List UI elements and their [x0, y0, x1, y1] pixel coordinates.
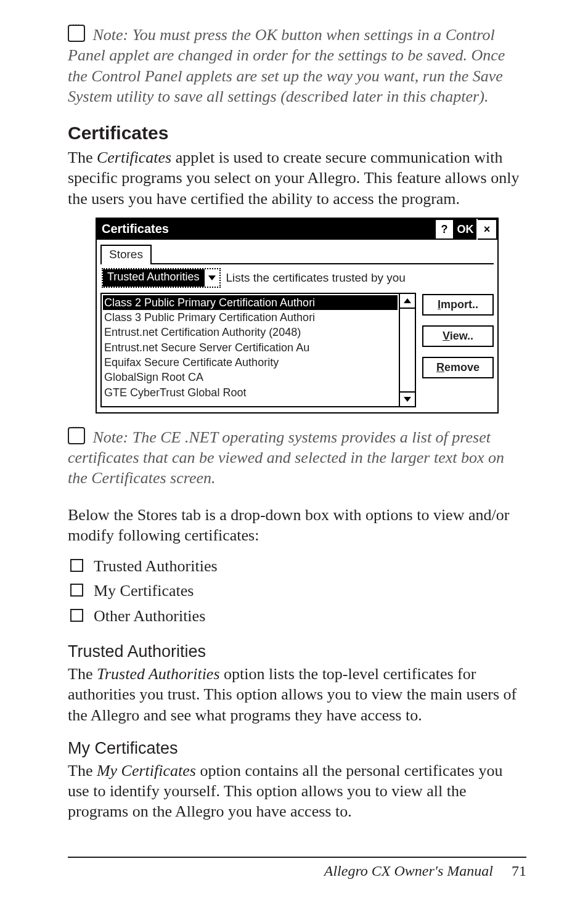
- note-text: Note: You must press the OK button when …: [68, 26, 505, 105]
- tabstrip: Stores: [100, 243, 494, 264]
- ok-button[interactable]: OK: [454, 219, 478, 240]
- store-combobox[interactable]: Trusted Authorities: [102, 268, 221, 288]
- list-item[interactable]: GlobalSign Root CA: [103, 370, 398, 385]
- my-certificates-text: The My Certificates option contains all …: [68, 760, 526, 822]
- footer-title: Allegro CX Owner's Manual: [324, 863, 493, 879]
- import-rest: mport..: [441, 298, 478, 311]
- window-body: Stores Trusted Authorities Lists the cer…: [97, 240, 497, 412]
- svg-marker-1: [404, 298, 411, 303]
- scroll-up-icon[interactable]: [400, 294, 415, 309]
- list-item[interactable]: Class 2 Public Primary Certification Aut…: [103, 295, 398, 310]
- text-pre: The: [68, 762, 97, 780]
- close-button[interactable]: ×: [478, 219, 497, 240]
- list-item[interactable]: Class 3 Public Primary Certification Aut…: [103, 310, 398, 325]
- view-rest: iew..: [450, 330, 473, 342]
- footer-page-number: 71: [512, 863, 526, 879]
- text-em: My Certificates: [97, 762, 196, 780]
- note-preset-certs: Note: The CE .NET operating systems prov…: [68, 427, 526, 489]
- scroll-track[interactable]: [400, 309, 415, 391]
- side-buttons: Import.. View.. Remove: [422, 293, 494, 407]
- section-heading-certificates: Certificates: [68, 123, 526, 144]
- window-title: Certificates: [97, 219, 435, 240]
- text-em: Trusted Authorities: [97, 665, 220, 683]
- trusted-authorities-text: The Trusted Authorities option lists the…: [68, 664, 526, 725]
- remove-button[interactable]: Remove: [422, 357, 494, 378]
- certificates-intro: The Certificates applet is used to creat…: [68, 147, 526, 209]
- page-footer: Allegro CX Owner's Manual 71: [68, 857, 526, 879]
- note-text: Note: The CE .NET operating systems prov…: [68, 428, 504, 487]
- text-pre: The: [68, 665, 97, 683]
- tab-stores[interactable]: Stores: [100, 245, 152, 264]
- note-icon: [68, 25, 85, 42]
- certificate-listbox[interactable]: Class 2 Public Primary Certification Aut…: [100, 293, 416, 407]
- chevron-down-icon[interactable]: [203, 269, 219, 287]
- listbox-items: Class 2 Public Primary Certification Aut…: [102, 294, 399, 406]
- view-button[interactable]: View..: [422, 325, 494, 347]
- store-combobox-value: Trusted Authorities: [103, 269, 203, 287]
- intro-pre: The: [68, 149, 97, 166]
- intro-em: Certificates: [97, 149, 171, 166]
- remove-accel: R: [436, 361, 444, 373]
- list-item[interactable]: Entrust.net Certification Authority (204…: [103, 325, 398, 340]
- scrollbar[interactable]: [399, 294, 415, 406]
- subhead-trusted-authorities: Trusted Authorities: [68, 642, 526, 661]
- scroll-down-icon[interactable]: [400, 391, 415, 406]
- view-accel: V: [443, 330, 450, 342]
- list-item[interactable]: Entrust.net Secure Server Certification …: [103, 340, 398, 355]
- list-item[interactable]: GTE CyberTrust Global Root: [103, 385, 398, 400]
- titlebar: Certificates ? OK ×: [97, 219, 497, 240]
- svg-marker-0: [208, 275, 216, 280]
- list-item: Trusted Authorities: [68, 554, 526, 579]
- list-item: Other Authorities: [68, 604, 526, 629]
- below-stores-text: Below the Stores tab is a drop-down box …: [68, 505, 526, 546]
- store-selector-row: Trusted Authorities Lists the certificat…: [102, 268, 494, 288]
- remove-rest: emove: [444, 361, 480, 373]
- note-icon: [68, 427, 85, 444]
- list-item: My Certificates: [68, 579, 526, 603]
- note-save-settings: Note: You must press the OK button when …: [68, 25, 526, 107]
- svg-marker-2: [404, 397, 411, 402]
- store-combobox-label: Lists the certificates trusted by you: [226, 271, 405, 285]
- subhead-my-certificates: My Certificates: [68, 739, 526, 758]
- certificate-options-list: Trusted Authorities My Certificates Othe…: [68, 554, 526, 629]
- content-row: Class 2 Public Primary Certification Aut…: [100, 293, 494, 407]
- certificates-window: Certificates ? OK × Stores Trusted Autho…: [96, 218, 499, 414]
- list-item[interactable]: Equifax Secure Certificate Authority: [103, 355, 398, 370]
- help-button[interactable]: ?: [435, 219, 454, 240]
- import-button[interactable]: Import..: [422, 294, 494, 316]
